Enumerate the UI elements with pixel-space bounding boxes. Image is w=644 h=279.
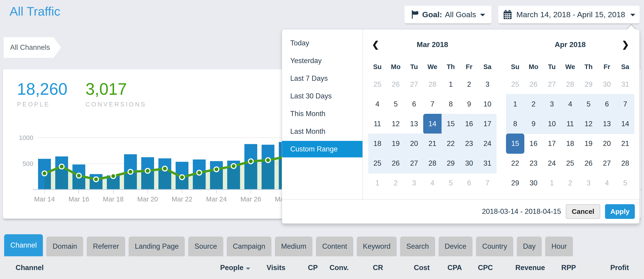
day-cell[interactable]: 4 — [423, 173, 442, 193]
day-cell[interactable]: 7 — [616, 94, 634, 114]
day-cell[interactable]: 5 — [616, 173, 634, 193]
day-cell[interactable]: 20 — [598, 134, 616, 154]
preset-last-7-days[interactable]: Last 7 Days — [282, 70, 362, 87]
day-cell[interactable]: 11 — [368, 114, 386, 134]
chart-point[interactable] — [111, 174, 116, 178]
day-cell[interactable]: 26 — [524, 74, 543, 95]
column-header-cp[interactable]: CP — [286, 264, 318, 272]
chart-point[interactable] — [197, 170, 202, 175]
day-cell[interactable]: 7 — [423, 94, 442, 114]
day-cell[interactable]: 29 — [579, 74, 598, 95]
day-cell[interactable]: 28 — [616, 153, 634, 173]
day-cell[interactable]: 3 — [405, 173, 423, 193]
day-cell[interactable]: 3 — [579, 173, 598, 193]
day-cell[interactable]: 1 — [543, 173, 561, 193]
chart-point[interactable] — [94, 177, 98, 182]
day-cell[interactable]: 31 — [478, 153, 496, 173]
day-cell[interactable]: 8 — [442, 94, 460, 114]
day-cell[interactable]: 6 — [598, 94, 616, 114]
day-cell[interactable]: 30 — [598, 74, 616, 95]
day-cell[interactable]: 1 — [442, 74, 460, 95]
column-header-profit[interactable]: Profit — [576, 264, 629, 272]
chart-point[interactable] — [42, 171, 47, 176]
day-cell[interactable]: 6 — [405, 94, 423, 114]
day-cell[interactable]: 14 — [423, 114, 442, 134]
column-header-cpa[interactable]: CPA — [430, 264, 462, 272]
tab-keyword[interactable]: Keyword — [357, 236, 397, 256]
day-cell[interactable]: 2 — [524, 94, 543, 114]
column-header-revenue[interactable]: Revenue — [493, 264, 545, 272]
day-cell[interactable]: 6 — [460, 173, 478, 193]
column-header-people[interactable]: People — [214, 264, 250, 272]
day-cell[interactable]: 10 — [543, 114, 561, 134]
column-header-cr[interactable]: CR — [349, 264, 383, 272]
day-cell[interactable]: 21 — [423, 134, 442, 154]
day-cell[interactable]: 15 — [506, 134, 524, 154]
day-cell[interactable]: 25 — [561, 153, 579, 173]
day-cell[interactable]: 19 — [386, 134, 405, 154]
day-cell[interactable]: 28 — [423, 74, 442, 95]
tab-source[interactable]: Source — [188, 236, 223, 256]
day-cell[interactable]: 26 — [386, 74, 405, 95]
day-cell[interactable]: 28 — [561, 74, 579, 95]
date-range-button[interactable]: March 14, 2018 - April 15, 2018 — [498, 6, 640, 24]
chart-point[interactable] — [145, 168, 150, 173]
day-cell[interactable]: 27 — [598, 153, 616, 173]
preset-last-month[interactable]: Last Month — [282, 123, 362, 140]
day-cell[interactable]: 2 — [460, 74, 478, 95]
tab-day[interactable]: Day — [517, 236, 542, 256]
day-cell[interactable]: 28 — [423, 153, 442, 173]
column-header-conv-[interactable]: Conv. — [318, 264, 349, 272]
day-cell[interactable]: 12 — [579, 114, 598, 134]
tab-country[interactable]: Country — [476, 236, 513, 256]
tab-campaign[interactable]: Campaign — [227, 236, 272, 256]
day-cell[interactable]: 9 — [460, 94, 478, 114]
day-cell[interactable]: 9 — [524, 114, 543, 134]
goal-selector-button[interactable]: Goal: All Goals — [404, 6, 492, 24]
day-cell[interactable]: 29 — [506, 173, 524, 193]
day-cell[interactable]: 4 — [368, 94, 386, 114]
preset-custom-range[interactable]: Custom Range — [282, 141, 362, 157]
day-cell[interactable]: 13 — [598, 114, 616, 134]
day-cell[interactable]: 7 — [478, 173, 496, 193]
day-cell[interactable]: 22 — [506, 153, 524, 173]
day-cell[interactable]: 31 — [616, 74, 634, 95]
day-cell[interactable]: 17 — [543, 134, 561, 154]
day-cell[interactable]: 3 — [543, 94, 561, 114]
chart-point[interactable] — [76, 173, 82, 178]
breadcrumb-all-channels[interactable]: All Channels — [4, 37, 61, 58]
preset-yesterday[interactable]: Yesterday — [282, 53, 362, 69]
chart-point[interactable] — [266, 158, 270, 163]
chart-point[interactable] — [60, 164, 64, 169]
tab-device[interactable]: Device — [438, 236, 473, 256]
day-cell[interactable]: 8 — [506, 114, 524, 134]
tab-channel[interactable]: Channel — [4, 234, 43, 256]
day-cell[interactable]: 13 — [405, 114, 423, 134]
day-cell[interactable]: 5 — [386, 94, 405, 114]
apply-button[interactable]: Apply — [605, 204, 635, 219]
day-cell[interactable]: 29 — [442, 153, 460, 173]
day-cell[interactable]: 5 — [579, 94, 598, 114]
day-cell[interactable]: 27 — [405, 153, 423, 173]
chart-point[interactable] — [231, 164, 236, 168]
day-cell[interactable]: 3 — [478, 74, 496, 95]
preset-last-30-days[interactable]: Last 30 Days — [282, 88, 362, 104]
day-cell[interactable]: 25 — [368, 74, 386, 95]
day-cell[interactable]: 4 — [598, 173, 616, 193]
chart-point[interactable] — [128, 169, 133, 174]
column-header-rpp[interactable]: RPP — [545, 264, 576, 272]
day-cell[interactable]: 24 — [543, 153, 561, 173]
day-cell[interactable]: 20 — [405, 134, 423, 154]
tab-medium[interactable]: Medium — [275, 236, 312, 256]
day-cell[interactable]: 30 — [460, 153, 478, 173]
day-cell[interactable]: 5 — [442, 173, 460, 193]
tab-hour[interactable]: Hour — [545, 236, 573, 256]
chart-point[interactable] — [248, 159, 253, 164]
day-cell[interactable]: 21 — [616, 134, 634, 154]
day-cell[interactable]: 14 — [616, 114, 634, 134]
day-cell[interactable]: 22 — [442, 134, 460, 154]
day-cell[interactable]: 23 — [524, 153, 543, 173]
day-cell[interactable]: 11 — [561, 114, 579, 134]
cancel-button[interactable]: Cancel — [566, 204, 600, 219]
tab-referrer[interactable]: Referrer — [87, 236, 125, 256]
